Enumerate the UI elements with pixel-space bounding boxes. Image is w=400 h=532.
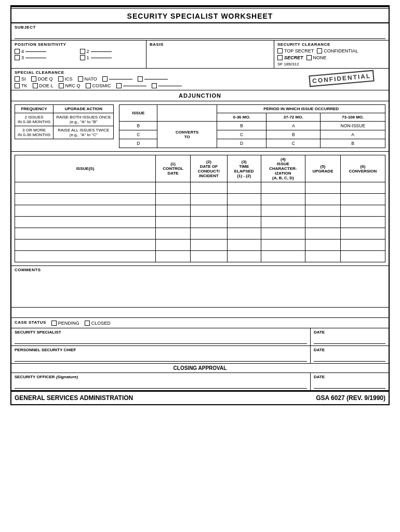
issues-row1-col4 (261, 182, 305, 194)
pos-4-label: 4 (21, 49, 24, 54)
freq-row1-freq: 2 ISSUESIN 0-36 MONTHS (15, 113, 54, 126)
security-specialist-section: SECURITY SPECIALIST DATE (11, 328, 389, 346)
freq-header: FREQUENCY (15, 105, 54, 113)
period-b-3772: A (266, 122, 321, 130)
security-specialist-date-label: DATE (314, 330, 385, 335)
period-d-3772: C (266, 139, 321, 148)
checkbox-blank4[interactable] (152, 83, 157, 88)
sc-blank2 (138, 76, 168, 82)
blank4 (158, 86, 182, 86)
issues-row2-col2 (191, 194, 228, 205)
issues-data-row-3 (15, 205, 385, 217)
checkbox-blank2[interactable] (138, 76, 143, 82)
blank3 (123, 86, 146, 86)
pos-2-blank (91, 51, 112, 52)
checkbox-nrc-q[interactable] (59, 83, 64, 88)
checkbox-tk[interactable] (15, 83, 20, 88)
period-row-b: B CONVERTSTO B A NON-ISSUE (119, 122, 385, 130)
none-label: NONE (313, 55, 327, 60)
basis-label: BASIS (150, 42, 271, 47)
issues-row6-col6 (340, 240, 385, 251)
personnel-chief-name-area: PERSONNEL SECURITY CHIEF (11, 346, 311, 363)
checkbox-secret[interactable] (277, 55, 283, 60)
issues-section: ISSUE(S) (1)CONTROLDATE (2)DATE OFCONDUC… (11, 152, 389, 266)
sc-tk: TK (15, 83, 28, 88)
checkbox-blank1[interactable] (102, 76, 108, 82)
checkbox-doe-q[interactable] (31, 76, 36, 82)
adjunction-tables-section: FREQUENCY UPGRADE ACTION 2 ISSUESIN 0-36… (11, 101, 389, 152)
comments-textarea[interactable] (15, 273, 385, 304)
pending-label: PENDING (58, 321, 79, 326)
issues-data-row-6 (15, 240, 385, 251)
issues-row2-issue (15, 194, 156, 205)
issues-row4-col4 (261, 217, 305, 228)
checkbox-nato[interactable] (78, 76, 83, 82)
period-table-container: ISSUE PERIOD IN WHICH ISSUE OCCURRED 0-3… (119, 104, 385, 148)
period-b-converts: CONVERTSTO (157, 122, 217, 148)
issues-row7-col6 (340, 251, 385, 262)
upgrade-header: UPGRADE ACTION (54, 105, 114, 113)
tk-label: TK (21, 83, 28, 88)
page-title: SECURITY SPECIALIST WORKSHEET (127, 12, 273, 20)
pos-sens-1: 1 (80, 55, 143, 60)
checkbox-top-secret[interactable] (277, 48, 283, 54)
checkbox-pending[interactable] (51, 321, 57, 326)
checkbox-cosmic[interactable] (86, 83, 91, 88)
security-clearance-label: SECURITY CLEARANCE (277, 42, 385, 47)
checkbox-none[interactable] (306, 55, 312, 60)
issues-row2-col4 (261, 194, 305, 205)
issues-row5-col5 (305, 228, 341, 240)
pos-sens-4: 4 (15, 49, 78, 54)
issues-table-wrap: ISSUE(S) (1)CONTROLDATE (2)DATE OFCONDUC… (11, 152, 389, 265)
checkbox-confidential[interactable] (317, 48, 322, 54)
basis-section: BASIS (146, 41, 274, 68)
issues-row5-col2 (191, 228, 228, 240)
period-d-036: D (217, 139, 266, 148)
issues-row7-col1 (155, 251, 190, 262)
comments-label: COMMENTS (15, 268, 385, 272)
checkbox-1[interactable] (80, 55, 85, 60)
issues-row2-col5 (305, 194, 341, 205)
doe-l-label: DOE L (39, 83, 54, 88)
checkbox-closed[interactable] (85, 321, 90, 326)
subject-input[interactable] (15, 31, 385, 39)
checkbox-ics[interactable] (58, 76, 63, 82)
sc-secret: SECRET (277, 55, 303, 60)
period-3772-header: 37-72 MO. (266, 113, 321, 122)
issues-col4-header: (4)ISSUECHARACTER-IZATION(A, B, C, D) (261, 155, 305, 182)
issues-row5-col4 (261, 228, 305, 240)
security-specialist-date-line (314, 336, 385, 344)
spacer (11, 308, 389, 318)
period-d-issue: D (119, 139, 157, 148)
issues-row7-col4 (261, 251, 305, 262)
issues-row1-col2 (191, 182, 228, 194)
converts-to-header (157, 105, 217, 122)
freq-row1-action: RAISE BOTH ISSUES ONCE(e.g., "A" to "B" (54, 113, 114, 126)
issues-row4-col2 (191, 217, 228, 228)
issues-row4-issue (15, 217, 156, 228)
period-036-header: 0-36 MO. (217, 113, 266, 122)
issues-row2-col3 (227, 194, 261, 205)
checkbox-2[interactable] (80, 49, 85, 54)
period-c-3772: B (266, 130, 321, 139)
checkbox-doe-l[interactable] (33, 83, 38, 88)
sc-blank4 (152, 83, 182, 88)
personnel-chief-line (15, 353, 307, 362)
frequency-table: FREQUENCY UPGRADE ACTION 2 ISSUESIN 0-36… (15, 104, 114, 139)
personnel-chief-date-label: DATE (314, 348, 385, 352)
issues-row4-col3 (227, 217, 261, 228)
period-c-issue: C (119, 130, 157, 139)
sc-top-secret: TOP SECRET (277, 48, 314, 54)
checkbox-si[interactable] (15, 76, 20, 82)
freq-row2-action: RAISE ALL ISSUES TWICE(e.g., "A" to "C" (54, 126, 114, 139)
checkbox-4[interactable] (15, 49, 20, 54)
issues-data-row-4 (15, 217, 385, 228)
issues-row7-col2 (191, 251, 228, 262)
issues-col-header: ISSUE(S) (15, 155, 156, 182)
issues-col6-header: (6)CONVERSION (340, 155, 385, 182)
confidential-label: CONFIDENTIAL (324, 48, 358, 54)
issues-row4-col6 (340, 217, 385, 228)
issues-row1-col6 (340, 182, 385, 194)
checkbox-3[interactable] (15, 55, 20, 60)
checkbox-blank3[interactable] (116, 83, 122, 88)
